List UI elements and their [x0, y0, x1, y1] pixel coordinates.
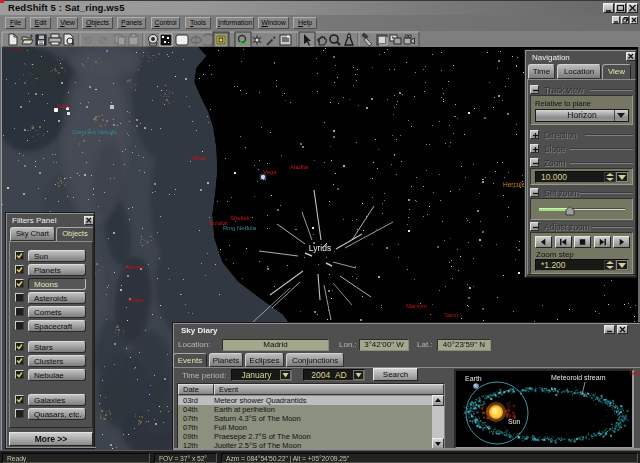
svg-text:Sarin: Sarin [444, 312, 458, 318]
svg-text:Sheliak: Sheliak [230, 215, 251, 221]
svg-text:Ring Nebula: Ring Nebula [223, 225, 257, 231]
svg-text:Lyrids: Lyrids [309, 243, 331, 253]
svg-text:Alberio: Alberio [125, 264, 144, 270]
svg-text:Marsym: Marsym [406, 303, 427, 309]
svg-text:Earth: Earth [465, 375, 482, 382]
svg-text:Sun: Sun [508, 418, 521, 425]
svg-text:r Cyg: r Cyg [8, 47, 21, 51]
svg-text:Vega: Vega [263, 169, 277, 175]
svg-text:Anser: Anser [128, 297, 144, 303]
svg-text:Hercule: Hercule [503, 181, 526, 188]
svg-text:Albali: Albali [191, 155, 206, 161]
svg-text:Aladfar: Aladfar [290, 164, 309, 170]
svg-text:Crescent Nebula: Crescent Nebula [72, 129, 117, 135]
svg-text:Sadr: Sadr [57, 103, 70, 109]
svg-text:Meteoroid stream: Meteoroid stream [551, 374, 606, 381]
